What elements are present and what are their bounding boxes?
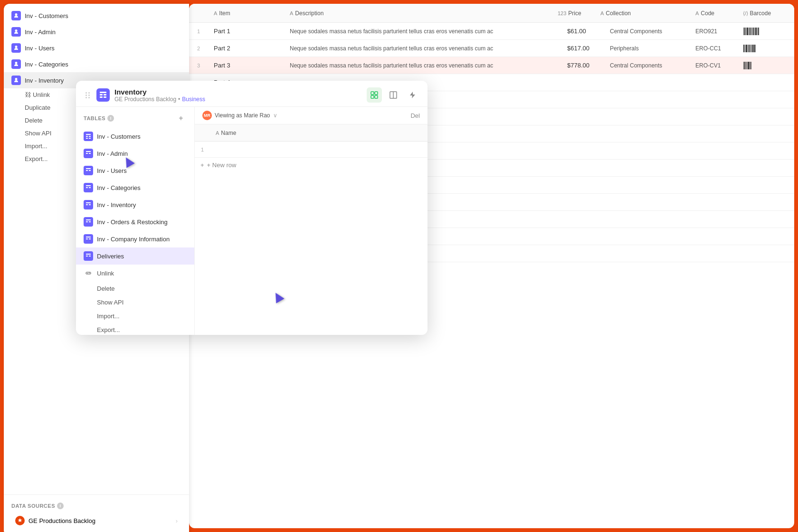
svg-rect-5 <box>371 92 374 95</box>
popup-toolbar <box>367 87 420 103</box>
svg-rect-20 <box>86 170 88 171</box>
svg-rect-21 <box>89 170 91 171</box>
table-row: 1 Part 1 Neque sodales massa netus facil… <box>189 23 794 40</box>
popup-table-deliveries[interactable]: Deliveries <box>76 247 194 265</box>
svg-rect-22 <box>86 185 91 186</box>
popup-panel: Inventory GE Productions Backlog • Busin… <box>76 81 428 335</box>
svg-rect-29 <box>86 221 88 222</box>
popup-table-inv-orders[interactable]: Inv - Orders & Restocking <box>76 213 194 230</box>
popup-table-inv-categories[interactable]: Inv - Categories <box>76 179 194 196</box>
svg-rect-27 <box>89 204 91 205</box>
popup-table-inv-company[interactable]: Inv - Company Information <box>76 230 194 247</box>
svg-rect-30 <box>89 221 91 222</box>
grid-view-button[interactable] <box>367 87 382 103</box>
sidebar-item-label: Inv - Categories <box>25 61 68 68</box>
svg-rect-3 <box>104 94 106 95</box>
svg-rect-23 <box>86 187 88 188</box>
svg-rect-32 <box>86 238 88 239</box>
del-button[interactable]: Del <box>410 112 420 119</box>
svg-rect-26 <box>86 204 88 205</box>
inv-inventory-icon <box>11 76 21 85</box>
sidebar-item-label: Inv - Inventory <box>25 77 64 84</box>
lightning-button[interactable] <box>405 87 420 103</box>
tables-info-icon[interactable]: i <box>107 115 114 122</box>
viewing-as[interactable]: MR Viewing as Marie Rao ∨ <box>202 111 277 120</box>
sidebar-item-inv-customers[interactable]: Inv - Customers <box>4 8 189 24</box>
col-price-header[interactable]: 123 Price <box>552 10 595 17</box>
table-row: 3 Part 3 Neque sodales massa netus facil… <box>189 57 794 74</box>
popup-table-inv-admin[interactable]: Inv - Admin <box>76 145 194 162</box>
table-content-panel: MR Viewing as Marie Rao ∨ Del A Name 1 <box>195 107 428 335</box>
table-content-header: MR Viewing as Marie Rao ∨ Del <box>195 107 428 124</box>
svg-rect-1 <box>100 94 103 95</box>
content-col-name[interactable]: A Name <box>210 130 428 136</box>
col-desc-header[interactable]: A Description <box>284 10 552 17</box>
data-source-item[interactable]: GE Productions Backlog › <box>11 513 181 528</box>
svg-rect-31 <box>86 237 91 238</box>
svg-rect-19 <box>86 168 91 169</box>
popup-unlink[interactable]: Unlink <box>76 265 194 282</box>
sidebar-item-inv-admin[interactable]: Inv - Admin <box>4 24 189 40</box>
svg-rect-11 <box>86 134 91 135</box>
col-barcode-header[interactable]: ⟨/⟩ Barcode <box>737 10 794 17</box>
sidebar-item-inv-users[interactable]: Inv - Users <box>4 40 189 56</box>
svg-rect-28 <box>86 219 91 220</box>
svg-rect-34 <box>86 254 91 255</box>
svg-rect-17 <box>86 153 88 154</box>
split-view-button[interactable] <box>386 87 401 103</box>
table-icon <box>84 200 93 209</box>
popup-title-area: Inventory GE Productions Backlog • Busin… <box>114 88 362 103</box>
popup-import[interactable]: Import... <box>76 309 194 323</box>
data-sources-info-icon[interactable]: i <box>57 503 64 509</box>
tables-header: TABLES i + <box>76 113 194 128</box>
chevron-right-icon: › <box>176 517 178 524</box>
svg-rect-15 <box>89 138 91 139</box>
table-header: A Item A Description 123 Price A Collect… <box>189 4 794 23</box>
sidebar-footer: DATA SOURCES i GE Productions Backlog › <box>4 494 189 532</box>
table-icon <box>84 166 93 175</box>
popup-show-api[interactable]: Show API <box>76 295 194 309</box>
popup-header: Inventory GE Productions Backlog • Busin… <box>76 81 428 107</box>
table-row: 2 Part 2 Neque sodales massa netus facil… <box>189 40 794 57</box>
svg-rect-13 <box>86 138 88 139</box>
table-icon <box>84 234 93 244</box>
popup-table-inv-customers[interactable]: Inv - Customers <box>76 128 194 145</box>
popup-delete[interactable]: Delete <box>76 282 194 295</box>
sidebar-item-inv-categories[interactable]: Inv - Categories <box>4 56 189 72</box>
col-collection-header[interactable]: A Collection <box>595 10 680 17</box>
svg-rect-35 <box>86 256 88 256</box>
popup-title: Inventory <box>114 88 362 96</box>
inv-categories-icon <box>11 59 21 69</box>
svg-rect-7 <box>371 95 374 98</box>
svg-rect-14 <box>89 136 91 137</box>
content-new-row-button[interactable]: + + New row <box>195 158 428 172</box>
plus-icon: + <box>200 162 204 169</box>
table-icon <box>84 183 93 192</box>
svg-rect-25 <box>86 202 91 203</box>
data-sources-label: DATA SOURCES i <box>11 503 181 509</box>
popup-export[interactable]: Export... <box>76 323 194 335</box>
popup-table-icon <box>96 88 110 102</box>
col-code-header[interactable]: A Code <box>690 10 737 17</box>
svg-rect-16 <box>86 151 91 152</box>
chevron-down-icon: ∨ <box>273 112 277 119</box>
svg-rect-2 <box>100 96 103 98</box>
popup-subtitle: GE Productions Backlog • Business <box>114 96 362 103</box>
popup-table-inv-users[interactable]: Inv - Users <box>76 162 194 179</box>
data-source-icon <box>15 516 25 525</box>
svg-rect-6 <box>375 92 378 95</box>
add-table-button[interactable]: + <box>175 113 187 124</box>
col-item-header[interactable]: A Item <box>208 10 284 17</box>
table-icon <box>84 149 93 158</box>
table-icon <box>84 217 93 227</box>
sidebar-item-label: Inv - Customers <box>25 12 68 19</box>
inv-admin-icon <box>11 27 21 37</box>
table-icon <box>84 132 93 141</box>
business-badge: Business <box>182 96 205 103</box>
popup-table-inv-inventory[interactable]: Inv - Inventory <box>76 196 194 213</box>
sidebar-item-label: Inv - Admin <box>25 28 56 36</box>
content-row: 1 <box>195 142 428 158</box>
svg-rect-36 <box>89 256 91 256</box>
drag-handle[interactable] <box>84 90 92 100</box>
data-source-name: GE Productions Backlog <box>28 517 95 524</box>
